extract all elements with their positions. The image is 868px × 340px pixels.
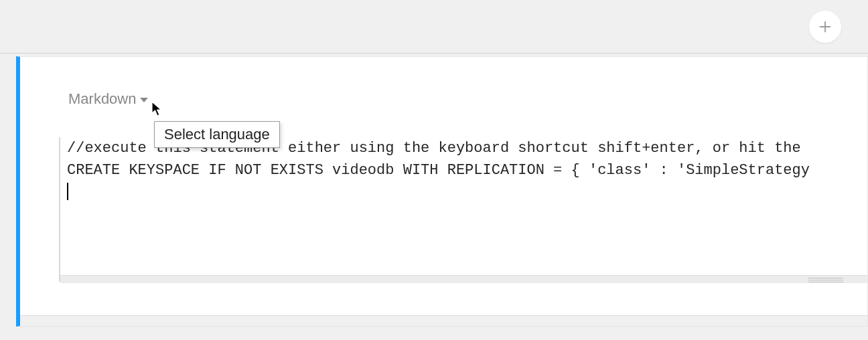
- chevron-down-icon: [140, 98, 148, 102]
- notebook-cell-wrapper: Markdown Select language //execute this …: [16, 56, 868, 327]
- language-selector-label: Markdown: [68, 90, 136, 108]
- cell-bottom-bar: [20, 315, 867, 326]
- language-selector[interactable]: Markdown: [68, 90, 148, 108]
- plus-icon: [818, 19, 833, 34]
- text-caret: [67, 183, 68, 200]
- add-button[interactable]: [809, 11, 841, 43]
- editor-resize-handle[interactable]: [60, 275, 867, 283]
- mouse-cursor-icon: [151, 101, 163, 120]
- code-line: CREATE KEYSPACE IF NOT EXISTS videodb WI…: [67, 159, 867, 181]
- code-editor[interactable]: //execute this statement either using th…: [59, 137, 867, 282]
- grip-icon: [808, 278, 843, 284]
- language-selector-tooltip: Select language: [154, 121, 280, 148]
- notebook-cell[interactable]: Markdown Select language //execute this …: [16, 56, 868, 327]
- top-toolbar: [0, 0, 868, 54]
